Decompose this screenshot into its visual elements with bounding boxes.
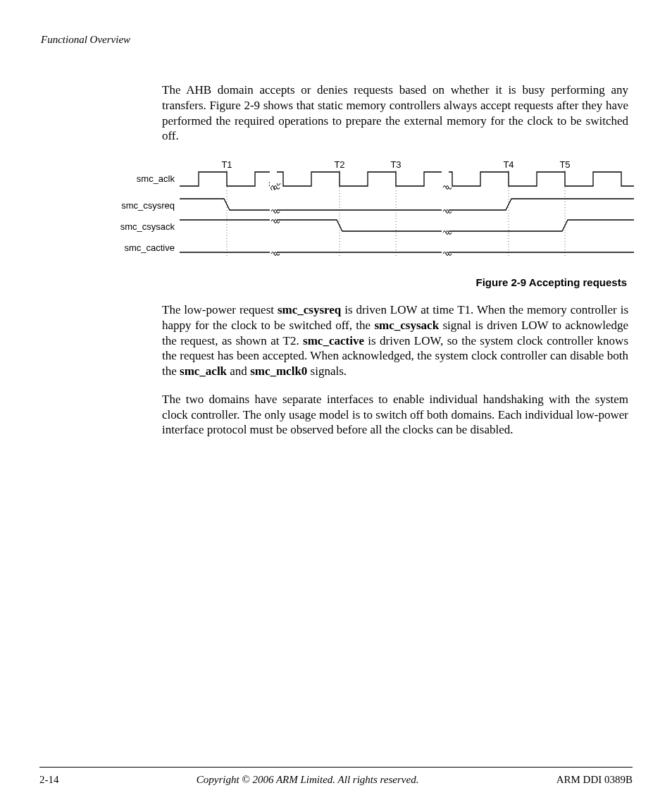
paragraph-2: The low-power request smc_csysreq is dri… (162, 302, 628, 379)
figure-timing: T1 T2 T3 T4 T5 smc_aclk smc_csysreq smc_… (39, 159, 633, 288)
footer-doc-id: ARM DDI 0389B (556, 774, 633, 786)
p2-b2: smc_csysack (375, 319, 440, 332)
p2-a: The low-power request (162, 303, 278, 316)
time-label-t4: T4 (503, 159, 514, 170)
footer-copyright: Copyright © 2006 ARM Limited. All rights… (59, 774, 556, 786)
time-label-t2: T2 (334, 159, 344, 170)
wave-smc-csysreq (180, 199, 634, 210)
svg-rect-5 (270, 171, 277, 187)
p2-b4: smc_aclk (180, 364, 227, 378)
wave-smc-csysack (180, 220, 634, 231)
signal-label-csysreq: smc_csysreq (121, 200, 175, 211)
p2-g: signals. (307, 364, 347, 378)
signal-label-aclk: smc_aclk (137, 173, 175, 184)
signal-label-csysack: smc_csysack (120, 221, 175, 232)
p2-b3: smc_cactive (303, 334, 364, 347)
paragraph-3: The two domains have separate interfaces… (162, 392, 628, 438)
paragraph-1: The AHB domain accepts or denies request… (162, 82, 628, 144)
time-label-t5: T5 (559, 159, 570, 170)
wave-smc-aclk (180, 172, 634, 186)
figure-caption: Figure 2-9 Accepting requests (39, 276, 627, 288)
svg-rect-9 (442, 171, 449, 187)
p2-b1: smc_csysreq (278, 303, 341, 316)
footer-rule (39, 767, 633, 768)
page-footer: 2-14 Copyright © 2006 ARM Limited. All r… (39, 774, 633, 786)
page: Functional Overview The AHB domain accep… (0, 0, 672, 807)
time-label-t3: T3 (390, 159, 401, 170)
time-label-t1: T1 (221, 159, 232, 170)
timing-diagram-svg: T1 T2 T3 T4 T5 smc_aclk smc_csysreq smc_… (70, 159, 634, 265)
p2-f: and (227, 364, 250, 378)
footer-page-number: 2-14 (39, 774, 59, 786)
p2-b5: smc_mclk0 (250, 364, 307, 378)
signal-label-cactive: smc_cactive (124, 242, 175, 253)
section-header: Functional Overview (41, 34, 633, 46)
